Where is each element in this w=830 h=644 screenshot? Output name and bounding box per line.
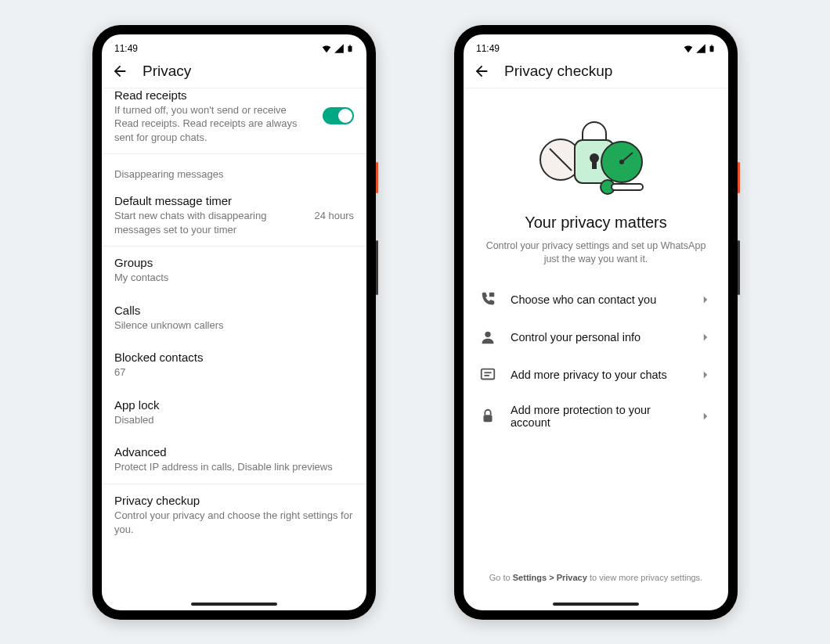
checkup-content: Your privacy matters Control your privac… <box>464 88 728 610</box>
svg-rect-13 <box>612 184 643 190</box>
row-title: Read receipts <box>114 88 313 102</box>
back-arrow-icon[interactable] <box>473 63 490 80</box>
row-sub: Control your privacy and choose the righ… <box>114 509 354 536</box>
screen-left: 11:49 Privacy Read receipts If turned of… <box>102 34 366 610</box>
gesture-bar <box>553 603 639 606</box>
wifi-icon <box>321 43 332 54</box>
svg-point-15 <box>485 331 490 336</box>
read-receipts-toggle[interactable] <box>323 107 354 124</box>
status-icons <box>683 43 716 54</box>
row-read-receipts[interactable]: Read receipts If turned off, you won't s… <box>102 88 366 154</box>
row-value: 24 hours <box>314 210 354 221</box>
footer-path: Settings > Privacy <box>513 573 587 582</box>
row-sub: Protect IP address in calls, Disable lin… <box>114 460 354 474</box>
gesture-bar <box>191 603 277 606</box>
row-privacy-checkup[interactable]: Privacy checkup Control your privacy and… <box>102 484 366 545</box>
chat-icon <box>479 366 496 383</box>
footer-pre: Go to <box>489 573 513 582</box>
signal-icon <box>334 43 345 54</box>
checkup-item-label: Add more protection to your account <box>511 404 684 429</box>
page-title: Privacy <box>143 63 191 80</box>
row-title: Advanced <box>114 445 354 459</box>
power-button <box>376 162 378 193</box>
volume-button <box>738 240 740 295</box>
row-sub: Disabled <box>114 413 354 427</box>
checkup-item-chats-privacy[interactable]: Add more privacy to your chats <box>464 356 728 394</box>
signal-icon <box>695 43 706 54</box>
chevron-right-icon <box>698 330 713 344</box>
status-bar: 11:49 <box>464 34 728 56</box>
row-advanced[interactable]: Advanced Protect IP address in calls, Di… <box>102 436 366 484</box>
row-sub: My contacts <box>114 271 354 285</box>
row-title: App lock <box>114 398 354 412</box>
row-sub: Silence unknown callers <box>114 318 354 333</box>
status-icons <box>321 43 354 54</box>
checkup-item-account-protection[interactable]: Add more protection to your account <box>464 394 728 439</box>
phone-right-frame: 11:49 Privacy checkup <box>454 25 738 620</box>
svg-rect-1 <box>349 45 351 45</box>
svg-rect-19 <box>484 415 493 422</box>
person-icon <box>479 329 496 346</box>
power-button <box>738 162 740 193</box>
lock-icon <box>479 408 496 425</box>
appbar: Privacy <box>102 56 366 88</box>
section-header-disappearing: Disappearing messages <box>102 154 366 185</box>
hero-subtitle: Control your privacy settings and set up… <box>464 232 728 281</box>
row-title: Groups <box>114 256 354 269</box>
checkup-item-label: Control your personal info <box>511 331 684 344</box>
checkup-item-contact[interactable]: Choose who can contact you <box>464 281 728 318</box>
status-time: 11:49 <box>476 43 500 54</box>
phone-lock-icon <box>479 291 496 308</box>
status-time: 11:49 <box>114 43 138 54</box>
privacy-illustration <box>464 88 728 214</box>
svg-rect-14 <box>489 292 494 297</box>
hero-title: Your privacy matters <box>464 214 728 232</box>
wifi-icon <box>683 43 694 54</box>
row-sub: 67 <box>114 365 354 380</box>
checkup-item-label: Add more privacy to your chats <box>511 369 684 381</box>
row-groups[interactable]: Groups My contacts <box>102 246 366 294</box>
phone-left-frame: 11:49 Privacy Read receipts If turned of… <box>92 25 376 620</box>
settings-list: Read receipts If turned off, you won't s… <box>102 88 366 610</box>
row-title: Privacy checkup <box>114 494 354 507</box>
row-title: Blocked contacts <box>114 351 354 364</box>
screen-right: 11:49 Privacy checkup <box>464 34 728 610</box>
svg-rect-8 <box>592 158 597 169</box>
row-app-lock[interactable]: App lock Disabled <box>102 389 366 437</box>
row-sub: If turned off, you won't send or receive… <box>114 103 313 145</box>
battery-icon <box>708 43 716 54</box>
status-bar: 11:49 <box>102 34 366 56</box>
chevron-right-icon <box>698 368 713 382</box>
row-title: Calls <box>114 304 354 317</box>
footer-post: to view more privacy settings. <box>587 573 702 582</box>
svg-rect-2 <box>710 45 714 51</box>
chevron-right-icon <box>698 293 713 307</box>
volume-button <box>376 240 378 295</box>
row-title: Default message timer <box>114 194 305 207</box>
checkup-item-personal-info[interactable]: Control your personal info <box>464 318 728 356</box>
svg-rect-16 <box>482 369 495 379</box>
row-calls[interactable]: Calls Silence unknown callers <box>102 294 366 342</box>
row-blocked[interactable]: Blocked contacts 67 <box>102 341 366 389</box>
appbar: Privacy checkup <box>464 56 728 88</box>
footer-note: Go to Settings > Privacy to view more pr… <box>464 573 728 599</box>
chevron-right-icon <box>698 409 713 423</box>
svg-rect-3 <box>711 45 713 45</box>
back-arrow-icon[interactable] <box>111 63 128 80</box>
page-title: Privacy checkup <box>504 63 612 80</box>
checkup-item-label: Choose who can contact you <box>511 293 684 306</box>
battery-icon <box>346 43 354 54</box>
row-sub: Start new chats with disappearing messag… <box>114 209 305 236</box>
row-default-timer[interactable]: Default message timer Start new chats wi… <box>102 185 366 246</box>
svg-rect-0 <box>348 45 352 51</box>
